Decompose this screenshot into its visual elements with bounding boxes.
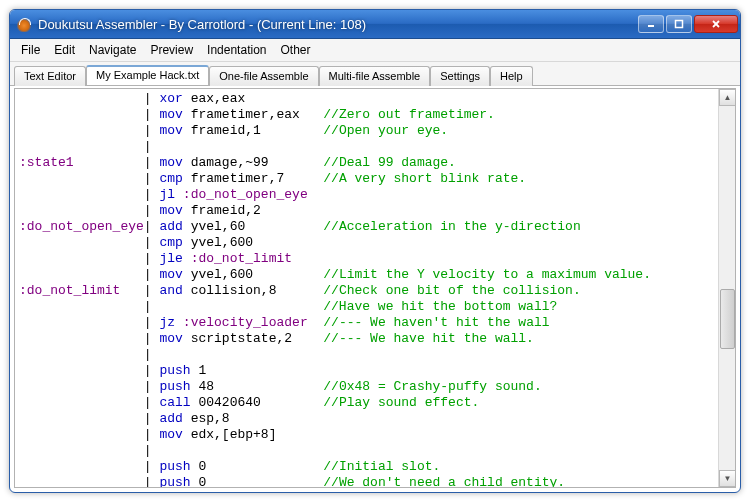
code-opcode: call xyxy=(159,395,190,410)
code-line[interactable]: | mov yvel,600 //Limit the Y velocity to… xyxy=(19,267,718,283)
code-opcode: cmp xyxy=(159,171,182,186)
scroll-down-button[interactable]: ▼ xyxy=(719,470,736,487)
code-line[interactable]: | add esp,8 xyxy=(19,411,718,427)
code-args: 48 xyxy=(191,379,324,394)
close-button[interactable] xyxy=(694,15,738,33)
code-comment: //--- We haven't hit the wall xyxy=(323,315,549,330)
code-label-ref: :velocity_loader xyxy=(183,315,308,330)
titlebar[interactable]: Doukutsu Assembler - By Carrotlord - (Cu… xyxy=(10,10,740,39)
code-label xyxy=(19,171,144,186)
code-opcode: mov xyxy=(159,155,182,170)
code-line[interactable]: :do_not_open_eye| add yvel,60 //Accelera… xyxy=(19,219,718,235)
tab-settings[interactable]: Settings xyxy=(430,66,490,86)
code-line[interactable]: | xyxy=(19,443,718,459)
tab-help[interactable]: Help xyxy=(490,66,533,86)
code-label-ref: :do_not_open_eye xyxy=(183,187,308,202)
code-line[interactable]: | mov frameid,1 //Open your eye. xyxy=(19,123,718,139)
menu-file[interactable]: File xyxy=(14,41,47,59)
code-line[interactable]: | mov frameid,2 xyxy=(19,203,718,219)
code-opcode: add xyxy=(159,219,182,234)
tabbar: Text Editor My Example Hack.txt One-file… xyxy=(10,62,740,86)
scroll-up-button[interactable]: ▲ xyxy=(719,89,736,106)
code-comment: //Open your eye. xyxy=(323,123,448,138)
code-comment: //We don't need a child entity. xyxy=(323,475,565,487)
code-comment: //Acceleration in the y-direction xyxy=(323,219,580,234)
code-label xyxy=(19,91,144,106)
code-line[interactable]: | jle :do_not_limit xyxy=(19,251,718,267)
code-args: eax,eax xyxy=(183,91,245,106)
code-label-ref: :do_not_limit xyxy=(191,251,292,266)
code-args: yvel,60 xyxy=(183,219,323,234)
code-label xyxy=(19,427,144,442)
menu-other[interactable]: Other xyxy=(273,41,317,59)
tab-multi-file-assemble[interactable]: Multi-file Assemble xyxy=(319,66,431,86)
scroll-thumb[interactable] xyxy=(720,289,735,349)
code-args: collision,8 xyxy=(183,283,323,298)
code-line[interactable]: | xor eax,eax xyxy=(19,91,718,107)
code-args: scriptstate,2 xyxy=(183,331,323,346)
code-args xyxy=(175,187,183,202)
code-opcode: jz xyxy=(159,315,175,330)
code-label: :do_not_open_eye xyxy=(19,219,144,234)
code-opcode: push xyxy=(159,459,190,474)
maximize-button[interactable] xyxy=(666,15,692,33)
minimize-button[interactable] xyxy=(638,15,664,33)
code-opcode: mov xyxy=(159,331,182,346)
code-label xyxy=(19,411,144,426)
tab-my-example-hack[interactable]: My Example Hack.txt xyxy=(86,65,209,85)
code-args: yvel,600 xyxy=(183,267,323,282)
code-comment: //--- We have hit the wall. xyxy=(323,331,534,346)
code-line[interactable]: | mov frametimer,eax //Zero out frametim… xyxy=(19,107,718,123)
vertical-scrollbar[interactable]: ▲ ▼ xyxy=(718,89,735,487)
java-icon xyxy=(16,16,32,32)
code-line[interactable]: | push 0 //We don't need a child entity. xyxy=(19,475,718,487)
code-label xyxy=(19,315,144,330)
code-opcode: mov xyxy=(159,203,182,218)
code-label xyxy=(19,267,144,282)
code-line[interactable]: | jz :velocity_loader //--- We haven't h… xyxy=(19,315,718,331)
code-line[interactable]: :do_not_limit | and collision,8 //Check … xyxy=(19,283,718,299)
menu-preview[interactable]: Preview xyxy=(143,41,200,59)
code-comment: //Check one bit of the collision. xyxy=(323,283,580,298)
code-editor[interactable]: | xor eax,eax | mov frametimer,eax //Zer… xyxy=(15,89,718,487)
code-label xyxy=(19,363,144,378)
code-label xyxy=(19,203,144,218)
code-line[interactable]: | mov scriptstate,2 //--- We have hit th… xyxy=(19,331,718,347)
code-args xyxy=(175,315,183,330)
code-line[interactable]: | jl :do_not_open_eye xyxy=(19,187,718,203)
code-args: damage,~99 xyxy=(183,155,323,170)
code-args: 00420640 xyxy=(191,395,324,410)
code-line[interactable]: | push 0 //Initial slot. xyxy=(19,459,718,475)
code-opcode: mov xyxy=(159,107,182,122)
code-label xyxy=(19,475,144,487)
menubar: File Edit Navigate Preview Indentation O… xyxy=(10,39,740,62)
code-args: frameid,1 xyxy=(183,123,323,138)
code-opcode: jl xyxy=(159,187,175,202)
menu-indentation[interactable]: Indentation xyxy=(200,41,273,59)
code-opcode: and xyxy=(159,283,182,298)
code-comment: //Have we hit the bottom wall? xyxy=(323,299,557,314)
menu-edit[interactable]: Edit xyxy=(47,41,82,59)
code-line[interactable]: | push 1 xyxy=(19,363,718,379)
code-line[interactable]: | xyxy=(19,139,718,155)
code-line[interactable]: | push 48 //0x48 = Crashy-puffy sound. xyxy=(19,379,718,395)
code-line[interactable]: | xyxy=(19,347,718,363)
code-line[interactable]: | call 00420640 //Play sound effect. xyxy=(19,395,718,411)
code-opcode: push xyxy=(159,363,190,378)
code-line[interactable]: | //Have we hit the bottom wall? xyxy=(19,299,718,315)
code-opcode: xor xyxy=(159,91,182,106)
code-line[interactable]: | cmp yvel,600 xyxy=(19,235,718,251)
code-opcode: push xyxy=(159,475,190,487)
code-line[interactable]: | cmp frametimer,7 //A very short blink … xyxy=(19,171,718,187)
code-comment: //A very short blink rate. xyxy=(323,171,526,186)
code-line[interactable]: :state1 | mov damage,~99 //Deal 99 damag… xyxy=(19,155,718,171)
code-label xyxy=(19,123,144,138)
menu-navigate[interactable]: Navigate xyxy=(82,41,143,59)
code-opcode: mov xyxy=(159,267,182,282)
code-args xyxy=(308,315,324,330)
tab-one-file-assemble[interactable]: One-file Assemble xyxy=(209,66,318,86)
code-comment: //Play sound effect. xyxy=(323,395,479,410)
code-comment: //Initial slot. xyxy=(323,459,440,474)
tab-text-editor[interactable]: Text Editor xyxy=(14,66,86,86)
code-line[interactable]: | mov edx,[ebp+8] xyxy=(19,427,718,443)
